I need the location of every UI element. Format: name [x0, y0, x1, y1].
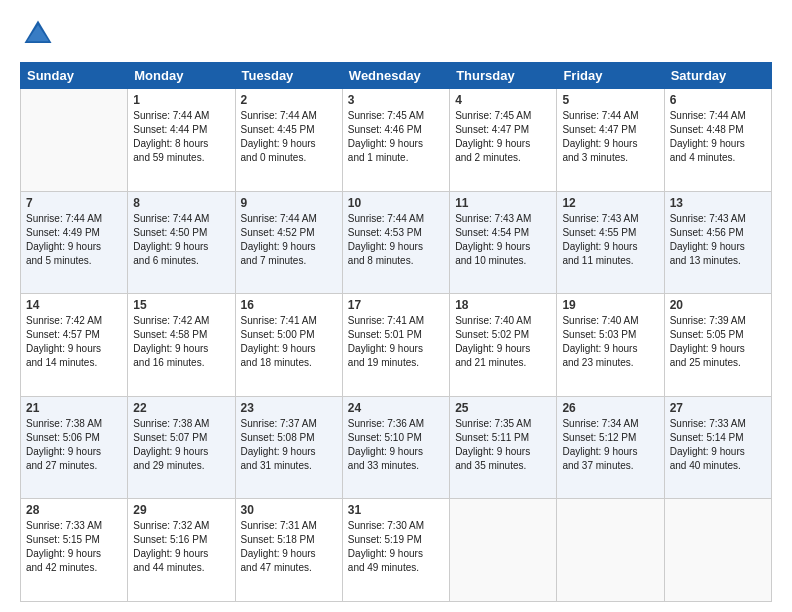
- calendar-cell: 9Sunrise: 7:44 AM Sunset: 4:52 PM Daylig…: [235, 191, 342, 294]
- day-info: Sunrise: 7:37 AM Sunset: 5:08 PM Dayligh…: [241, 417, 337, 473]
- col-header-tuesday: Tuesday: [235, 63, 342, 89]
- calendar-cell: 2Sunrise: 7:44 AM Sunset: 4:45 PM Daylig…: [235, 89, 342, 192]
- col-header-wednesday: Wednesday: [342, 63, 449, 89]
- day-info: Sunrise: 7:33 AM Sunset: 5:14 PM Dayligh…: [670, 417, 766, 473]
- day-info: Sunrise: 7:45 AM Sunset: 4:47 PM Dayligh…: [455, 109, 551, 165]
- day-info: Sunrise: 7:30 AM Sunset: 5:19 PM Dayligh…: [348, 519, 444, 575]
- day-info: Sunrise: 7:44 AM Sunset: 4:49 PM Dayligh…: [26, 212, 122, 268]
- calendar-cell: 7Sunrise: 7:44 AM Sunset: 4:49 PM Daylig…: [21, 191, 128, 294]
- calendar-cell: 5Sunrise: 7:44 AM Sunset: 4:47 PM Daylig…: [557, 89, 664, 192]
- calendar-cell: 19Sunrise: 7:40 AM Sunset: 5:03 PM Dayli…: [557, 294, 664, 397]
- calendar-cell: 28Sunrise: 7:33 AM Sunset: 5:15 PM Dayli…: [21, 499, 128, 602]
- col-header-monday: Monday: [128, 63, 235, 89]
- calendar-cell: 26Sunrise: 7:34 AM Sunset: 5:12 PM Dayli…: [557, 396, 664, 499]
- day-number: 28: [26, 503, 122, 517]
- calendar-cell: 22Sunrise: 7:38 AM Sunset: 5:07 PM Dayli…: [128, 396, 235, 499]
- logo-icon: [20, 16, 56, 52]
- col-header-sunday: Sunday: [21, 63, 128, 89]
- day-number: 11: [455, 196, 551, 210]
- calendar-cell: 6Sunrise: 7:44 AM Sunset: 4:48 PM Daylig…: [664, 89, 771, 192]
- day-info: Sunrise: 7:42 AM Sunset: 4:58 PM Dayligh…: [133, 314, 229, 370]
- day-info: Sunrise: 7:38 AM Sunset: 5:06 PM Dayligh…: [26, 417, 122, 473]
- day-info: Sunrise: 7:43 AM Sunset: 4:55 PM Dayligh…: [562, 212, 658, 268]
- calendar-cell: 25Sunrise: 7:35 AM Sunset: 5:11 PM Dayli…: [450, 396, 557, 499]
- day-number: 10: [348, 196, 444, 210]
- day-number: 24: [348, 401, 444, 415]
- calendar-cell: 30Sunrise: 7:31 AM Sunset: 5:18 PM Dayli…: [235, 499, 342, 602]
- day-number: 12: [562, 196, 658, 210]
- page: SundayMondayTuesdayWednesdayThursdayFrid…: [0, 0, 792, 612]
- day-number: 4: [455, 93, 551, 107]
- day-number: 31: [348, 503, 444, 517]
- day-info: Sunrise: 7:35 AM Sunset: 5:11 PM Dayligh…: [455, 417, 551, 473]
- day-info: Sunrise: 7:38 AM Sunset: 5:07 PM Dayligh…: [133, 417, 229, 473]
- calendar-cell: 10Sunrise: 7:44 AM Sunset: 4:53 PM Dayli…: [342, 191, 449, 294]
- day-info: Sunrise: 7:40 AM Sunset: 5:03 PM Dayligh…: [562, 314, 658, 370]
- calendar-cell: 14Sunrise: 7:42 AM Sunset: 4:57 PM Dayli…: [21, 294, 128, 397]
- day-number: 23: [241, 401, 337, 415]
- calendar-cell: 16Sunrise: 7:41 AM Sunset: 5:00 PM Dayli…: [235, 294, 342, 397]
- day-number: 25: [455, 401, 551, 415]
- day-info: Sunrise: 7:44 AM Sunset: 4:47 PM Dayligh…: [562, 109, 658, 165]
- calendar-cell: 1Sunrise: 7:44 AM Sunset: 4:44 PM Daylig…: [128, 89, 235, 192]
- day-number: 15: [133, 298, 229, 312]
- day-number: 8: [133, 196, 229, 210]
- day-number: 7: [26, 196, 122, 210]
- day-info: Sunrise: 7:36 AM Sunset: 5:10 PM Dayligh…: [348, 417, 444, 473]
- calendar-cell: 15Sunrise: 7:42 AM Sunset: 4:58 PM Dayli…: [128, 294, 235, 397]
- calendar-cell: 3Sunrise: 7:45 AM Sunset: 4:46 PM Daylig…: [342, 89, 449, 192]
- day-info: Sunrise: 7:31 AM Sunset: 5:18 PM Dayligh…: [241, 519, 337, 575]
- calendar-cell: 11Sunrise: 7:43 AM Sunset: 4:54 PM Dayli…: [450, 191, 557, 294]
- day-info: Sunrise: 7:41 AM Sunset: 5:00 PM Dayligh…: [241, 314, 337, 370]
- day-info: Sunrise: 7:42 AM Sunset: 4:57 PM Dayligh…: [26, 314, 122, 370]
- calendar-cell: 12Sunrise: 7:43 AM Sunset: 4:55 PM Dayli…: [557, 191, 664, 294]
- day-number: 3: [348, 93, 444, 107]
- day-number: 2: [241, 93, 337, 107]
- day-number: 21: [26, 401, 122, 415]
- calendar-cell: 24Sunrise: 7:36 AM Sunset: 5:10 PM Dayli…: [342, 396, 449, 499]
- col-header-thursday: Thursday: [450, 63, 557, 89]
- header: [20, 16, 772, 52]
- day-info: Sunrise: 7:43 AM Sunset: 4:56 PM Dayligh…: [670, 212, 766, 268]
- day-number: 26: [562, 401, 658, 415]
- calendar-cell: 20Sunrise: 7:39 AM Sunset: 5:05 PM Dayli…: [664, 294, 771, 397]
- day-number: 29: [133, 503, 229, 517]
- day-number: 6: [670, 93, 766, 107]
- day-info: Sunrise: 7:44 AM Sunset: 4:53 PM Dayligh…: [348, 212, 444, 268]
- day-info: Sunrise: 7:40 AM Sunset: 5:02 PM Dayligh…: [455, 314, 551, 370]
- calendar-cell: 4Sunrise: 7:45 AM Sunset: 4:47 PM Daylig…: [450, 89, 557, 192]
- calendar-cell: 18Sunrise: 7:40 AM Sunset: 5:02 PM Dayli…: [450, 294, 557, 397]
- day-info: Sunrise: 7:44 AM Sunset: 4:52 PM Dayligh…: [241, 212, 337, 268]
- calendar-cell: [21, 89, 128, 192]
- day-number: 1: [133, 93, 229, 107]
- calendar-cell: [450, 499, 557, 602]
- day-number: 30: [241, 503, 337, 517]
- day-info: Sunrise: 7:44 AM Sunset: 4:44 PM Dayligh…: [133, 109, 229, 165]
- calendar-cell: 27Sunrise: 7:33 AM Sunset: 5:14 PM Dayli…: [664, 396, 771, 499]
- day-info: Sunrise: 7:33 AM Sunset: 5:15 PM Dayligh…: [26, 519, 122, 575]
- calendar-cell: 29Sunrise: 7:32 AM Sunset: 5:16 PM Dayli…: [128, 499, 235, 602]
- day-number: 22: [133, 401, 229, 415]
- calendar-cell: 31Sunrise: 7:30 AM Sunset: 5:19 PM Dayli…: [342, 499, 449, 602]
- day-number: 14: [26, 298, 122, 312]
- calendar-cell: [557, 499, 664, 602]
- day-info: Sunrise: 7:43 AM Sunset: 4:54 PM Dayligh…: [455, 212, 551, 268]
- day-number: 16: [241, 298, 337, 312]
- calendar-cell: 13Sunrise: 7:43 AM Sunset: 4:56 PM Dayli…: [664, 191, 771, 294]
- day-info: Sunrise: 7:41 AM Sunset: 5:01 PM Dayligh…: [348, 314, 444, 370]
- col-header-friday: Friday: [557, 63, 664, 89]
- day-info: Sunrise: 7:44 AM Sunset: 4:45 PM Dayligh…: [241, 109, 337, 165]
- day-info: Sunrise: 7:44 AM Sunset: 4:50 PM Dayligh…: [133, 212, 229, 268]
- calendar-cell: 8Sunrise: 7:44 AM Sunset: 4:50 PM Daylig…: [128, 191, 235, 294]
- day-info: Sunrise: 7:45 AM Sunset: 4:46 PM Dayligh…: [348, 109, 444, 165]
- day-number: 17: [348, 298, 444, 312]
- day-info: Sunrise: 7:34 AM Sunset: 5:12 PM Dayligh…: [562, 417, 658, 473]
- day-number: 19: [562, 298, 658, 312]
- day-info: Sunrise: 7:44 AM Sunset: 4:48 PM Dayligh…: [670, 109, 766, 165]
- day-info: Sunrise: 7:32 AM Sunset: 5:16 PM Dayligh…: [133, 519, 229, 575]
- calendar-cell: 21Sunrise: 7:38 AM Sunset: 5:06 PM Dayli…: [21, 396, 128, 499]
- day-number: 9: [241, 196, 337, 210]
- day-number: 27: [670, 401, 766, 415]
- day-number: 18: [455, 298, 551, 312]
- logo: [20, 16, 60, 52]
